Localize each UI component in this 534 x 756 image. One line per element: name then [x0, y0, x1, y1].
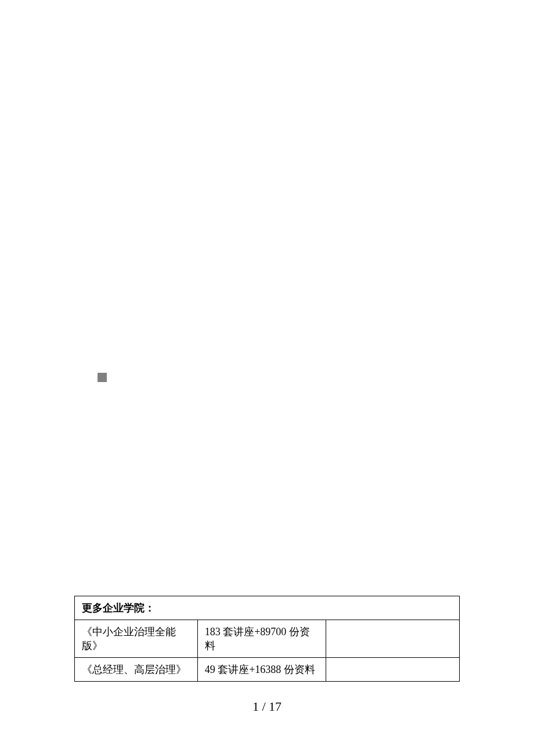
current-page: 1: [252, 699, 259, 714]
course-name-cell: 《中小企业治理全能版》: [75, 620, 198, 658]
total-pages: 17: [269, 699, 282, 714]
course-detail-cell: 49 套讲座+16388 份资料: [197, 658, 326, 682]
page-separator: /: [259, 699, 269, 714]
table-row: 《中小企业治理全能版》 183 套讲座+89700 份资料: [75, 620, 460, 658]
decorative-square-icon: [98, 373, 107, 382]
course-empty-cell: [326, 620, 460, 658]
course-name-cell: 《总经理、高层治理》: [75, 658, 198, 682]
course-detail-cell: 183 套讲座+89700 份资料: [197, 620, 326, 658]
page-number: 1 / 17: [0, 699, 534, 714]
table-header-cell: 更多企业学院：: [75, 596, 460, 620]
table-header-row: 更多企业学院：: [75, 596, 460, 620]
table-row: 《总经理、高层治理》 49 套讲座+16388 份资料: [75, 658, 460, 682]
course-table: 更多企业学院： 《中小企业治理全能版》 183 套讲座+89700 份资料 《总…: [74, 596, 460, 682]
course-empty-cell: [326, 658, 460, 682]
